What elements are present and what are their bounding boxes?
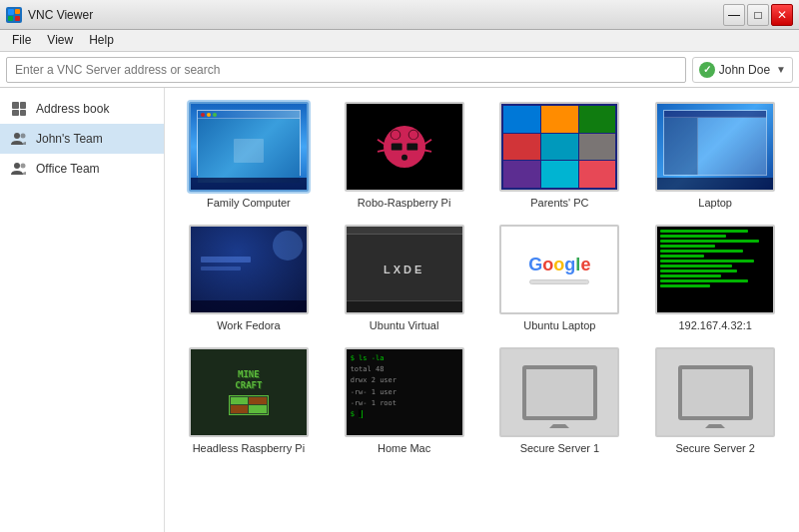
list-item[interactable]: 192.167.4.32:1: [645, 225, 785, 331]
computer-thumb-family: [189, 102, 309, 192]
minimize-button[interactable]: —: [723, 4, 745, 26]
toolbar: ✓ John Doe ▼: [0, 52, 799, 88]
computer-thumb-homemac: $ ls -la total 48 drwx 2 user -rw- 1 use…: [345, 347, 464, 437]
computer-thumb-secure2: [655, 347, 775, 437]
list-item[interactable]: LXDE Ubuntu Virtual: [335, 225, 474, 331]
app-icon: [6, 7, 22, 23]
people-icon-johns: [10, 130, 28, 148]
list-item[interactable]: Robo-Raspberry Pi: [335, 102, 474, 209]
computer-thumb-ubuntu-virtual: LXDE: [345, 225, 464, 314]
svg-point-5: [21, 134, 26, 139]
sidebar-label-johns-team: John's Team: [36, 132, 103, 146]
sidebar-item-address-book[interactable]: Address book: [0, 94, 164, 124]
svg-rect-2: [8, 16, 13, 21]
computer-label-homemac: Home Mac: [378, 442, 430, 454]
svg-rect-1: [15, 9, 20, 14]
list-item[interactable]: Family Computer: [179, 102, 319, 209]
computer-thumb-ubuntu-laptop: Google: [499, 225, 619, 314]
sidebar: Address book John's Team: [0, 88, 165, 532]
menu-file[interactable]: File: [4, 32, 39, 49]
window-controls: — □ ✕: [723, 4, 793, 26]
maximize-button[interactable]: □: [747, 4, 769, 26]
dropdown-arrow: ▼: [776, 64, 786, 75]
title-bar: VNC Viewer — □ ✕: [0, 0, 799, 30]
computer-label-secure1: Secure Server 1: [520, 442, 599, 454]
svg-point-9: [391, 130, 400, 140]
computer-label-raspberry: Robo-Raspberry Pi: [358, 197, 451, 209]
svg-rect-13: [406, 143, 417, 150]
title-bar-left: VNC Viewer: [6, 7, 93, 23]
svg-point-6: [14, 163, 20, 169]
close-button[interactable]: ✕: [771, 4, 793, 26]
list-item[interactable]: Google Ubuntu Laptop: [490, 225, 630, 331]
computer-thumb-secure1: [499, 347, 619, 437]
sidebar-label-address-book: Address book: [36, 102, 109, 116]
computer-thumb-raspberry: [345, 102, 464, 192]
content-area: Family Computer: [165, 88, 799, 532]
user-check-icon: ✓: [699, 62, 715, 78]
computer-label-laptop: Laptop: [698, 197, 732, 209]
list-item[interactable]: Parents' PC: [490, 102, 630, 209]
computer-label-fedora: Work Fedora: [217, 319, 280, 331]
list-item[interactable]: MINECRAFT Headless Raspberry Pi: [179, 347, 319, 454]
svg-point-4: [14, 133, 20, 139]
people-icon-office: [10, 160, 28, 178]
computer-thumb-fedora: [189, 225, 309, 314]
computer-grid: Family Computer: [179, 102, 785, 454]
computer-label-parents: Parents' PC: [530, 197, 588, 209]
sidebar-label-office-team: Office Team: [36, 162, 100, 176]
svg-point-14: [401, 155, 407, 161]
svg-rect-0: [8, 9, 14, 15]
computer-thumb-parents: [499, 102, 619, 192]
computer-label-ubuntu-virtual: Ubuntu Virtual: [370, 319, 439, 331]
menu-view[interactable]: View: [39, 32, 81, 49]
main-layout: Address book John's Team: [0, 88, 799, 532]
menu-help[interactable]: Help: [81, 32, 122, 49]
computer-label-headless: Headless Raspberry Pi: [193, 442, 306, 454]
sidebar-item-johns-team[interactable]: John's Team: [0, 124, 164, 154]
computer-thumb-192: [655, 225, 775, 314]
user-name: John Doe: [719, 63, 770, 77]
list-item[interactable]: $ ls -la total 48 drwx 2 user -rw- 1 use…: [335, 347, 474, 454]
svg-point-7: [21, 164, 26, 169]
sidebar-item-office-team[interactable]: Office Team: [0, 154, 164, 184]
computer-thumb-headless: MINECRAFT: [189, 347, 309, 437]
computer-label-ubuntu-laptop: Ubuntu Laptop: [523, 319, 595, 331]
computer-thumb-laptop: [655, 102, 775, 192]
list-item[interactable]: Laptop: [645, 102, 785, 209]
svg-rect-3: [15, 16, 20, 21]
app-title: VNC Viewer: [28, 8, 93, 22]
user-badge[interactable]: ✓ John Doe ▼: [692, 57, 793, 83]
computer-label-secure2: Secure Server 2: [675, 442, 754, 454]
computer-label-192: 192.167.4.32:1: [678, 319, 751, 331]
computer-label-family: Family Computer: [207, 197, 291, 209]
grid-icon: [10, 100, 28, 118]
svg-point-10: [408, 130, 418, 140]
list-item[interactable]: Secure Server 2: [645, 347, 785, 454]
list-item[interactable]: Secure Server 1: [490, 347, 630, 454]
menu-bar: File View Help: [0, 30, 799, 52]
list-item[interactable]: Work Fedora: [179, 225, 319, 331]
svg-rect-12: [391, 143, 401, 150]
search-input[interactable]: [6, 57, 686, 83]
